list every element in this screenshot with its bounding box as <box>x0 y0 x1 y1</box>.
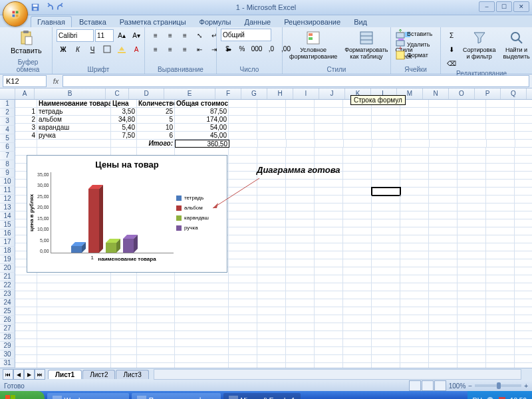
tab-6[interactable]: Вид <box>348 17 373 27</box>
sheet-nav-last[interactable]: ⏭ <box>35 369 45 380</box>
cell[interactable] <box>37 331 111 339</box>
cell[interactable] <box>315 203 343 211</box>
cell[interactable] <box>257 148 286 156</box>
cell[interactable] <box>175 275 229 283</box>
cell[interactable] <box>315 355 343 363</box>
cell[interactable] <box>343 275 372 283</box>
cell[interactable] <box>315 180 343 188</box>
cell[interactable] <box>458 140 487 148</box>
cell[interactable] <box>343 331 372 339</box>
cell[interactable] <box>372 363 400 368</box>
cell[interactable] <box>372 275 400 283</box>
cell[interactable] <box>486 180 515 188</box>
cell[interactable] <box>286 259 315 267</box>
cell[interactable] <box>429 323 458 331</box>
cell[interactable] <box>458 235 486 243</box>
cell[interactable] <box>400 164 429 172</box>
cell[interactable] <box>486 291 515 299</box>
cell[interactable] <box>400 259 429 267</box>
cell[interactable] <box>400 363 429 368</box>
taskbar-task[interactable]: Word - назначени... <box>47 393 129 399</box>
cell[interactable] <box>229 219 257 227</box>
cell[interactable] <box>486 323 515 331</box>
cell[interactable] <box>400 219 429 227</box>
cell[interactable] <box>486 259 515 267</box>
cell[interactable] <box>15 363 37 368</box>
cell[interactable] <box>458 148 486 156</box>
cell[interactable] <box>343 219 372 227</box>
cell[interactable] <box>257 339 286 347</box>
cell[interactable] <box>343 227 372 235</box>
cell[interactable] <box>343 148 372 156</box>
system-tray[interactable]: RU 13:59 <box>467 391 532 399</box>
cell[interactable] <box>343 196 372 203</box>
cell[interactable] <box>111 291 137 299</box>
comma-button[interactable]: 000 <box>250 42 263 55</box>
bold-button[interactable]: Ж <box>57 43 70 56</box>
cell[interactable] <box>229 227 257 235</box>
row-header[interactable]: 28 <box>0 333 15 342</box>
cell[interactable] <box>400 172 429 180</box>
cell[interactable] <box>257 259 286 267</box>
cell[interactable] <box>515 148 532 156</box>
cell[interactable] <box>137 331 175 339</box>
column-header[interactable]: H <box>267 88 293 99</box>
cell[interactable] <box>372 227 400 235</box>
cell[interactable] <box>458 331 486 339</box>
cell[interactable] <box>343 363 372 368</box>
cell[interactable] <box>429 283 458 291</box>
cell[interactable] <box>286 108 315 116</box>
cell[interactable] <box>458 339 486 347</box>
cell[interactable] <box>137 315 175 323</box>
cell[interactable] <box>315 275 343 283</box>
cell[interactable] <box>486 307 515 315</box>
row-header[interactable]: 12 <box>0 195 15 203</box>
cell[interactable] <box>229 251 257 259</box>
cell[interactable] <box>429 259 458 267</box>
cell[interactable] <box>458 180 486 188</box>
cell[interactable] <box>257 283 286 291</box>
cell[interactable] <box>515 251 532 259</box>
cell[interactable]: альбом <box>37 116 111 124</box>
row-header[interactable]: 9 <box>0 169 15 178</box>
row-header[interactable]: 19 <box>0 255 15 264</box>
cell[interactable] <box>458 116 486 124</box>
cell[interactable] <box>515 188 532 196</box>
cell[interactable] <box>372 132 400 140</box>
cell[interactable] <box>486 243 515 251</box>
cell[interactable] <box>372 283 400 291</box>
row-header[interactable]: 16 <box>0 229 15 238</box>
cell[interactable] <box>315 339 343 347</box>
cell[interactable] <box>15 291 37 299</box>
cell[interactable] <box>257 180 286 188</box>
currency-button[interactable]: $ <box>221 42 234 55</box>
cell[interactable] <box>286 180 315 188</box>
cell[interactable] <box>487 140 515 148</box>
italic-button[interactable]: К <box>71 43 84 56</box>
cell[interactable] <box>286 100 315 108</box>
cell[interactable] <box>315 156 343 164</box>
column-header[interactable]: P <box>475 88 501 99</box>
cell[interactable] <box>257 355 286 363</box>
cell[interactable] <box>286 315 315 323</box>
cell[interactable] <box>486 227 515 235</box>
cell[interactable] <box>257 251 286 259</box>
cell[interactable] <box>257 203 286 211</box>
cell[interactable] <box>343 203 372 211</box>
cell[interactable] <box>37 339 111 347</box>
cell[interactable] <box>258 140 287 148</box>
cell[interactable] <box>515 355 532 363</box>
cell[interactable] <box>486 132 515 140</box>
cell[interactable] <box>315 363 343 368</box>
cell[interactable] <box>111 299 137 307</box>
cell[interactable] <box>429 243 458 251</box>
cell[interactable] <box>137 299 175 307</box>
cell[interactable] <box>315 347 343 355</box>
cell[interactable] <box>400 243 429 251</box>
cell[interactable] <box>400 116 429 124</box>
cell[interactable] <box>429 124 458 132</box>
cell[interactable] <box>515 267 532 275</box>
cell[interactable] <box>257 323 286 331</box>
cell[interactable] <box>486 148 515 156</box>
cell[interactable] <box>400 323 429 331</box>
